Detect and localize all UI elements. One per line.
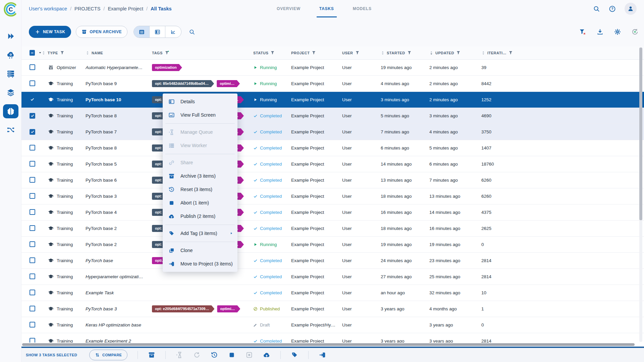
table-row[interactable]: Optimizer Automatic Hyperparamete… optim… — [21, 60, 644, 76]
task-project[interactable]: Example Project/Hy… — [291, 322, 342, 327]
task-name[interactable]: Example Experiment 2 — [86, 339, 152, 343]
task-name[interactable]: PyTorch base 10 — [86, 97, 152, 102]
column-label-iterations[interactable]: ITERATI… — [487, 51, 506, 55]
task-project[interactable]: Example Project — [291, 274, 342, 279]
task-name[interactable]: PyTorch base 5 — [86, 162, 152, 167]
row-checkbox[interactable] — [30, 306, 35, 311]
task-project[interactable]: Example Project — [291, 290, 342, 295]
filter-icon[interactable] — [165, 51, 169, 55]
sort-icon[interactable] — [381, 51, 385, 55]
task-project[interactable]: Example Project — [291, 162, 342, 167]
task-project[interactable]: Example Project — [291, 81, 342, 86]
column-label-updated[interactable]: UPDATED — [435, 51, 454, 55]
column-label-started[interactable]: STARTED — [387, 51, 405, 55]
tag-chip[interactable]: optimization — [152, 64, 182, 71]
table-row[interactable]: Training PyTorch base 4 opt:optimi… Comp… — [21, 204, 644, 221]
vertical-scrollbar[interactable] — [639, 47, 642, 342]
table-row[interactable]: Training Hyperparameter optimizati… Comp… — [21, 269, 644, 285]
task-name[interactable]: Keras HP optimization base — [86, 322, 152, 327]
clear-filters-button[interactable] — [579, 28, 586, 36]
task-project[interactable]: Example Project — [291, 97, 342, 102]
task-name[interactable]: PyTorch base 2 — [86, 226, 152, 231]
filter-icon[interactable] — [456, 51, 461, 55]
tag-chip[interactable]: optimi… — [217, 80, 240, 87]
column-header-status[interactable]: STATUS — [253, 51, 291, 55]
task-project[interactable]: Example Project — [291, 145, 342, 150]
open-archive-button[interactable]: OPEN ARCHIVE — [76, 26, 127, 38]
task-project[interactable]: Example Project — [291, 242, 342, 247]
tag-chip[interactable]: opt: e205d684f7954571a7309… — [152, 305, 214, 312]
task-project[interactable]: Example Project — [291, 194, 342, 199]
table-row[interactable]: Training PyTorch base 3 opt: e205d684f79… — [21, 301, 644, 317]
search-icon[interactable] — [593, 5, 600, 12]
column-label-type[interactable]: TYPE — [48, 51, 58, 55]
filter-icon[interactable] — [355, 51, 360, 55]
task-project[interactable]: Example Project — [291, 210, 342, 215]
footer-action-add-tag[interactable] — [291, 351, 298, 359]
task-name[interactable]: PyTorch base — [86, 258, 152, 263]
settings-button[interactable] — [614, 28, 621, 36]
column-header-iterations[interactable]: ITERATI… — [481, 51, 644, 55]
table-row[interactable]: Training PyTorch base 8 opt:optimi… Comp… — [21, 140, 644, 156]
task-name[interactable]: PyTorch base 8 — [86, 113, 152, 118]
tab-models[interactable]: MODELS — [350, 0, 374, 17]
selected-count-label[interactable]: SHOW 3 TASKS SELECTED — [26, 353, 77, 357]
breadcrumb-item[interactable]: All Tasks — [151, 6, 172, 11]
task-project[interactable]: Example Project — [291, 226, 342, 231]
filter-icon[interactable] — [407, 51, 412, 55]
column-header-name[interactable]: NAME — [86, 51, 152, 55]
clearml-logo[interactable]: C — [3, 2, 18, 17]
table-row[interactable]: Training Example Task Completed Example … — [21, 285, 644, 301]
task-name[interactable]: PyTorch base 8 — [86, 145, 152, 150]
tab-overview[interactable]: OVERVIEW — [274, 0, 303, 17]
column-header-project[interactable]: PROJECT — [291, 51, 342, 55]
sidebar-item-workers-queues[interactable] — [0, 64, 21, 83]
task-name[interactable]: Automatic Hyperparamete… — [86, 65, 152, 70]
sort-icon[interactable] — [86, 51, 90, 55]
row-checkbox[interactable] — [30, 129, 35, 135]
table-row[interactable]: Training PyTorch base 2 opt:optimi… Comp… — [21, 221, 644, 237]
breadcrumb-item[interactable]: User's workspace — [29, 6, 67, 11]
menu-item-reset-3-items[interactable]: Reset (3 items) — [163, 183, 237, 196]
tag-chip[interactable]: opt: 85e5482ddd7149b8ba04… — [152, 80, 214, 87]
sort-icon[interactable] — [42, 51, 46, 55]
chart-view-button[interactable] — [165, 26, 181, 38]
vertical-scrollbar-thumb[interactable] — [639, 48, 642, 220]
task-name[interactable]: Example Task — [86, 290, 152, 295]
row-checkbox[interactable] — [30, 241, 35, 247]
table-row[interactable]: Training Keras HP optimization base Draf… — [21, 317, 644, 333]
row-checkbox[interactable] — [30, 274, 35, 279]
filter-icon[interactable] — [270, 51, 275, 55]
column-header-user[interactable]: USER — [342, 51, 381, 55]
row-checkbox[interactable] — [30, 193, 35, 199]
sidebar-item-expand-sidebar[interactable] — [0, 27, 21, 46]
filter-icon[interactable] — [60, 51, 64, 55]
help-icon[interactable]: ? — [609, 5, 616, 12]
selection-menu-caret[interactable] — [38, 51, 42, 55]
row-checkbox[interactable] — [30, 290, 35, 295]
filter-icon[interactable] — [508, 51, 513, 55]
breadcrumb-item[interactable]: PROJECTS — [74, 6, 100, 11]
row-checkbox[interactable] — [30, 322, 35, 327]
task-project[interactable]: Example Project — [291, 129, 342, 134]
footer-action-reset[interactable] — [211, 351, 218, 359]
task-project[interactable]: Example Project — [291, 306, 342, 311]
column-header-type[interactable]: TYPE — [42, 51, 86, 55]
column-label-user[interactable]: USER — [342, 51, 353, 55]
table-row[interactable]: Training PyTorch base 9 opt: 85e5482ddd7… — [21, 76, 644, 92]
breadcrumb-item[interactable]: Example Project — [108, 6, 143, 11]
task-name[interactable]: PyTorch base 4 — [86, 210, 152, 215]
sort-icon[interactable] — [481, 51, 485, 55]
footer-action-archive[interactable] — [148, 351, 155, 359]
user-avatar[interactable] — [625, 3, 637, 15]
task-name[interactable]: Hyperparameter optimizati… — [86, 274, 152, 279]
tab-tasks[interactable]: TASKS — [317, 0, 337, 17]
task-name[interactable]: PyTorch base 6 — [86, 178, 152, 183]
row-checkbox[interactable] — [30, 177, 35, 183]
table-row[interactable]: Training Example Experiment 2 Completed … — [21, 333, 644, 343]
auto-refresh-button[interactable] — [631, 28, 639, 36]
row-checkbox[interactable] — [30, 338, 35, 343]
row-checkbox[interactable] — [30, 64, 35, 70]
sidebar-item-pipelines[interactable] — [0, 121, 21, 139]
row-checkbox[interactable] — [30, 145, 35, 150]
